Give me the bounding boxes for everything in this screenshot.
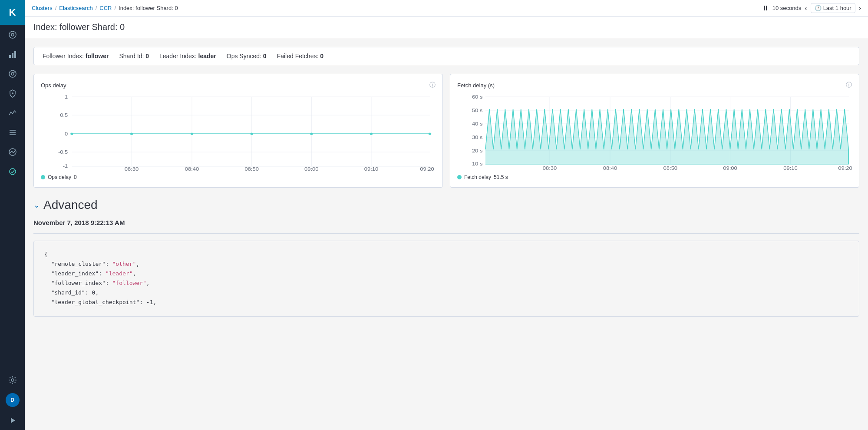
advanced-chevron-icon: ⌄ (33, 200, 40, 210)
svg-point-0 (9, 31, 16, 38)
breadcrumb-elasticsearch[interactable]: Elasticsearch (59, 5, 92, 11)
svg-text:08:30: 08:30 (543, 166, 557, 170)
svg-text:08:40: 08:40 (185, 167, 199, 171)
svg-text:08:40: 08:40 (603, 166, 617, 170)
svg-point-13 (11, 379, 14, 381)
svg-point-40 (250, 133, 253, 135)
divider (33, 233, 859, 234)
svg-point-37 (70, 133, 73, 135)
svg-text:09:20: 09:20 (420, 167, 434, 171)
breadcrumb-clusters[interactable]: Clusters (32, 5, 53, 11)
advanced-toggle[interactable]: ⌄ Advanced (33, 198, 859, 212)
shard-id-label: Shard Id: 0 (119, 53, 149, 60)
sidebar-item-security[interactable] (0, 83, 25, 103)
ops-delay-legend: Ops delay 0 (41, 174, 436, 180)
main-content: Clusters / Elasticsearch / CCR / Index: … (25, 0, 868, 430)
clock-icon: 🕐 (815, 5, 822, 11)
svg-marker-14 (11, 418, 15, 423)
time-next-button[interactable]: › (859, 4, 861, 12)
svg-text:40 s: 40 s (472, 122, 483, 126)
sidebar-item-play[interactable] (0, 410, 25, 430)
sidebar-item-overview[interactable] (0, 25, 25, 44)
json-block: { "remote_cluster": "other", "leader_ind… (33, 241, 859, 317)
ops-delay-chart-area: 1 0.5 0 -0.5 -1 08:30 08:40 08:50 09:00 … (41, 93, 436, 171)
sidebar-item-settings[interactable] (0, 370, 25, 390)
page-title: Index: follower Shard: 0 (33, 22, 125, 32)
svg-text:50 s: 50 s (472, 108, 483, 112)
advanced-content: November 7, 2018 9:22:13 AM { "remote_cl… (33, 219, 859, 317)
leader-index-label: Leader Index: leader (159, 53, 216, 60)
time-prev-button[interactable]: ‹ (805, 4, 807, 12)
svg-rect-4 (14, 51, 16, 58)
logo[interactable]: K (0, 0, 25, 25)
leader-index-value: leader (198, 53, 216, 60)
breadcrumb: Clusters / Elasticsearch / CCR / Index: … (32, 5, 178, 11)
ops-delay-legend-dot (41, 175, 45, 179)
avatar[interactable]: D (6, 393, 20, 407)
shard-id-value: 0 (145, 53, 149, 60)
svg-text:0.5: 0.5 (60, 113, 68, 117)
ops-delay-info-icon[interactable]: ⓘ (429, 81, 436, 89)
interval-selector[interactable]: 10 seconds (772, 5, 802, 11)
svg-text:60 s: 60 s (472, 95, 483, 99)
svg-line-7 (13, 71, 15, 73)
svg-text:20 s: 20 s (472, 149, 483, 153)
failed-fetches-label: Failed Fetches: 0 (277, 53, 323, 60)
svg-point-8 (12, 93, 13, 94)
svg-text:08:50: 08:50 (663, 166, 677, 170)
ops-delay-chart-card: Ops delay ⓘ (33, 74, 443, 188)
svg-text:30 s: 30 s (472, 135, 483, 139)
sidebar-item-discover[interactable] (0, 64, 25, 83)
svg-text:09:20: 09:20 (838, 166, 852, 170)
breadcrumb-sep-2: / (96, 5, 97, 11)
sidebar-item-logs[interactable] (0, 122, 25, 142)
sidebar: K (0, 0, 25, 430)
fetch-delay-legend: Fetch delay 51.5 s (457, 174, 852, 180)
svg-text:-1: -1 (63, 164, 68, 168)
breadcrumb-sep-3: / (114, 5, 116, 11)
sidebar-item-ml[interactable] (0, 103, 25, 122)
svg-point-43 (429, 133, 431, 135)
page-title-row: Index: follower Shard: 0 (25, 17, 868, 38)
svg-text:0: 0 (65, 132, 68, 136)
time-range-button[interactable]: 🕐 Last 1 hour (811, 3, 855, 13)
fetch-delay-legend-value: 51.5 s (494, 174, 508, 180)
advanced-section: ⌄ Advanced November 7, 2018 9:22:13 AM {… (33, 198, 859, 317)
sidebar-item-charts[interactable] (0, 44, 25, 64)
svg-text:09:10: 09:10 (783, 166, 797, 170)
sidebar-bottom: D (0, 370, 25, 430)
svg-text:-0.5: -0.5 (58, 150, 68, 154)
breadcrumb-sep-1: / (55, 5, 57, 11)
fetch-delay-chart-title: Fetch delay (s) ⓘ (457, 81, 852, 89)
top-bar: Clusters / Elasticsearch / CCR / Index: … (25, 0, 868, 17)
follower-index-value: follower (86, 53, 109, 60)
fetch-delay-legend-dot (457, 175, 462, 179)
failed-fetches-value: 0 (320, 53, 323, 60)
svg-text:10 s: 10 s (472, 162, 483, 166)
interval-value: 10 seconds (772, 5, 802, 11)
svg-text:09:00: 09:00 (304, 167, 318, 171)
ops-synced-value: 0 (263, 53, 267, 60)
svg-text:09:00: 09:00 (723, 166, 737, 170)
ops-delay-chart-title: Ops delay ⓘ (41, 81, 436, 89)
sidebar-item-apm[interactable] (0, 142, 25, 162)
breadcrumb-ccr[interactable]: CCR (99, 5, 112, 11)
pause-button[interactable]: ⏸ (762, 4, 769, 12)
fetch-delay-info-icon[interactable]: ⓘ (846, 81, 852, 89)
breadcrumb-current: Index: follower Shard: 0 (119, 5, 178, 11)
time-range-label: Last 1 hour (823, 5, 851, 11)
charts-row: Ops delay ⓘ (33, 74, 859, 188)
svg-point-1 (11, 33, 14, 36)
fetch-delay-chart-area: 60 s 50 s 40 s 30 s 20 s 10 s 08:30 08:4… (457, 93, 852, 171)
svg-rect-3 (12, 53, 13, 58)
stats-bar: Follower Index: follower Shard Id: 0 Lea… (33, 47, 859, 65)
ops-delay-legend-value: 0 (74, 174, 77, 180)
ops-delay-legend-label: Ops delay (48, 174, 71, 180)
top-bar-controls: ⏸ 10 seconds ‹ 🕐 Last 1 hour › (762, 3, 861, 13)
svg-point-41 (310, 133, 313, 135)
svg-point-39 (191, 133, 193, 135)
svg-text:08:50: 08:50 (244, 167, 258, 171)
sidebar-item-uptime[interactable] (0, 162, 25, 181)
advanced-title: Advanced (43, 198, 98, 212)
ops-synced-label: Ops Synced: 0 (227, 53, 267, 60)
